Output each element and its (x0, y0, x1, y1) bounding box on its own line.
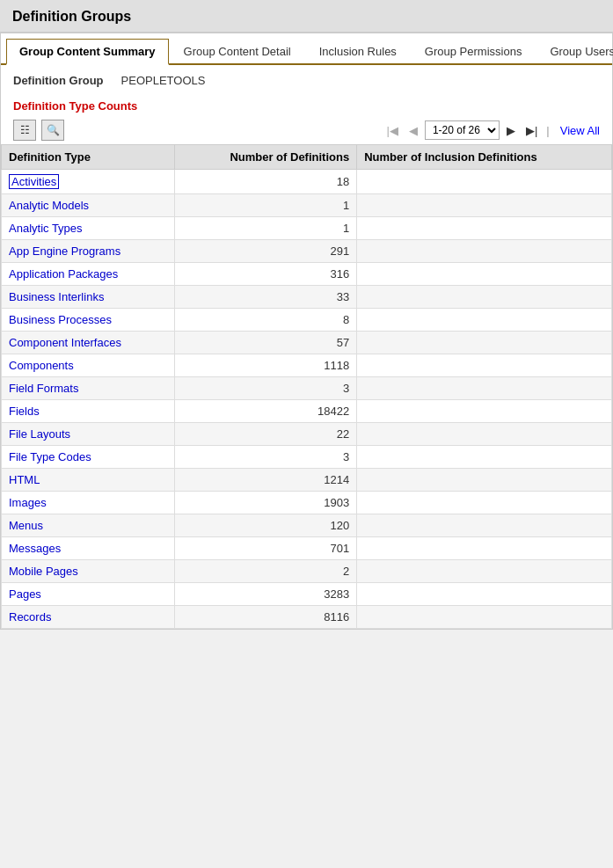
def-type-link[interactable]: Business Processes (9, 313, 112, 326)
cell-num-defs: 57 (174, 332, 356, 354)
def-type-link[interactable]: HTML (9, 473, 40, 486)
table-row: Pages3283 (2, 583, 612, 606)
cell-num-inclusion (357, 492, 612, 514)
def-type-link[interactable]: Messages (9, 542, 61, 555)
search-icon: 🔍 (47, 124, 60, 136)
table-row: Menus120 (2, 514, 612, 537)
cell-num-defs: 2 (174, 560, 356, 583)
cell-num-defs: 22 (174, 423, 356, 446)
search-button[interactable]: 🔍 (41, 120, 64, 141)
cell-num-defs: 8116 (174, 606, 356, 629)
cell-num-defs: 18 (174, 170, 356, 194)
cell-num-inclusion (357, 332, 612, 354)
definition-group-row: Definition Group PEOPLETOOLS (1, 65, 612, 96)
def-type-link[interactable]: Analytic Types (9, 222, 83, 235)
cell-num-inclusion (357, 286, 612, 309)
cell-num-inclusion (357, 469, 612, 492)
table-row: Images1903 (2, 492, 612, 514)
table-row: Component Interfaces57 (2, 332, 612, 354)
cell-def-type: Component Interfaces (2, 332, 175, 354)
table-row: App Engine Programs291 (2, 240, 612, 263)
cell-num-defs: 1903 (174, 492, 356, 514)
view-all-link[interactable]: View All (560, 124, 600, 137)
def-type-link[interactable]: File Layouts (9, 427, 70, 441)
cell-num-inclusion (357, 309, 612, 332)
def-type-link[interactable]: Components (9, 359, 74, 372)
cell-num-defs: 701 (174, 537, 356, 560)
table-row: Application Packages316 (2, 263, 612, 286)
def-type-link[interactable]: Component Interfaces (9, 336, 121, 349)
def-type-link[interactable]: File Type Codes (9, 450, 91, 463)
next-page-button[interactable]: ▶ (503, 122, 519, 139)
def-type-link[interactable]: App Engine Programs (9, 244, 120, 258)
cell-def-type: File Layouts (2, 423, 175, 446)
cell-def-type: Business Processes (2, 309, 175, 332)
cell-num-defs: 291 (174, 240, 356, 263)
table-row: Analytic Models1 (2, 194, 612, 217)
tab-group-permissions[interactable]: Group Permissions (412, 39, 536, 63)
page-select[interactable]: 1-20 of 26 (425, 120, 500, 140)
first-page-button[interactable]: |◀ (383, 122, 402, 139)
cell-def-type: Analytic Types (2, 217, 175, 240)
cell-num-inclusion (357, 446, 612, 469)
cell-num-inclusion (357, 240, 612, 263)
pipe-separator: | (546, 124, 549, 137)
cell-num-defs: 1118 (174, 354, 356, 377)
cell-def-type: Messages (2, 537, 175, 560)
definition-type-table: Definition Type Number of Definitions Nu… (1, 144, 612, 629)
col-header-num-defs: Number of Definitions (174, 145, 356, 170)
cell-def-type: Field Formats (2, 377, 175, 400)
cell-def-type: Images (2, 492, 175, 514)
tab-group-content-detail[interactable]: Group Content Detail (171, 39, 304, 63)
def-type-link[interactable]: Records (9, 610, 51, 624)
cell-num-defs: 1 (174, 194, 356, 217)
def-type-link[interactable]: Business Interlinks (9, 290, 104, 303)
tab-group-users[interactable]: Group Users (536, 39, 613, 63)
cell-num-inclusion (357, 354, 612, 377)
table-row: Fields18422 (2, 400, 612, 423)
prev-page-button[interactable]: ◀ (405, 122, 421, 139)
table-row: Business Processes8 (2, 309, 612, 332)
table-row: Components1118 (2, 354, 612, 377)
col-header-num-inclusion: Number of Inclusion Definitions (357, 145, 612, 170)
cell-num-defs: 3 (174, 446, 356, 469)
table-row: Mobile Pages2 (2, 560, 612, 583)
def-type-link[interactable]: Mobile Pages (9, 565, 78, 578)
content-area: Group Content Summary Group Content Deta… (0, 33, 613, 630)
cell-def-type: File Type Codes (2, 446, 175, 469)
table-row: Activities18 (2, 170, 612, 194)
def-type-link[interactable]: Menus (9, 519, 43, 532)
cell-num-inclusion (357, 583, 612, 606)
def-type-link[interactable]: Images (9, 496, 47, 509)
tab-group-content-summary[interactable]: Group Content Summary (6, 39, 169, 65)
def-type-link[interactable]: Field Formats (9, 382, 78, 395)
tab-inclusion-rules[interactable]: Inclusion Rules (306, 39, 410, 63)
cell-def-type: App Engine Programs (2, 240, 175, 263)
definition-group-value: PEOPLETOOLS (121, 74, 206, 87)
cell-def-type: Fields (2, 400, 175, 423)
cell-num-defs: 8 (174, 309, 356, 332)
grid-view-button[interactable]: ☷ (13, 120, 36, 141)
toolbar: ☷ 🔍 |◀ ◀ 1-20 of 26 ▶ ▶| | View All (1, 116, 612, 144)
cell-num-inclusion (357, 514, 612, 537)
def-type-link[interactable]: Fields (9, 405, 40, 418)
page-header: Definition Groups (0, 0, 613, 33)
cell-num-inclusion (357, 194, 612, 217)
last-page-button[interactable]: ▶| (522, 122, 541, 139)
def-type-link[interactable]: Activities (9, 174, 59, 189)
def-type-link[interactable]: Application Packages (9, 267, 118, 281)
section-title: Definition Type Counts (1, 96, 612, 116)
cell-def-type: Records (2, 606, 175, 629)
cell-num-inclusion (357, 377, 612, 400)
table-header-row: Definition Type Number of Definitions Nu… (2, 145, 612, 170)
pagination-area: |◀ ◀ 1-20 of 26 ▶ ▶| | View All (383, 120, 600, 140)
cell-num-inclusion (357, 537, 612, 560)
cell-def-type: HTML (2, 469, 175, 492)
cell-num-inclusion (357, 263, 612, 286)
cell-num-defs: 316 (174, 263, 356, 286)
cell-num-inclusion (357, 606, 612, 629)
def-type-link[interactable]: Pages (9, 587, 41, 601)
page-title: Definition Groups (12, 9, 601, 25)
cell-num-inclusion (357, 217, 612, 240)
def-type-link[interactable]: Analytic Models (9, 199, 89, 212)
